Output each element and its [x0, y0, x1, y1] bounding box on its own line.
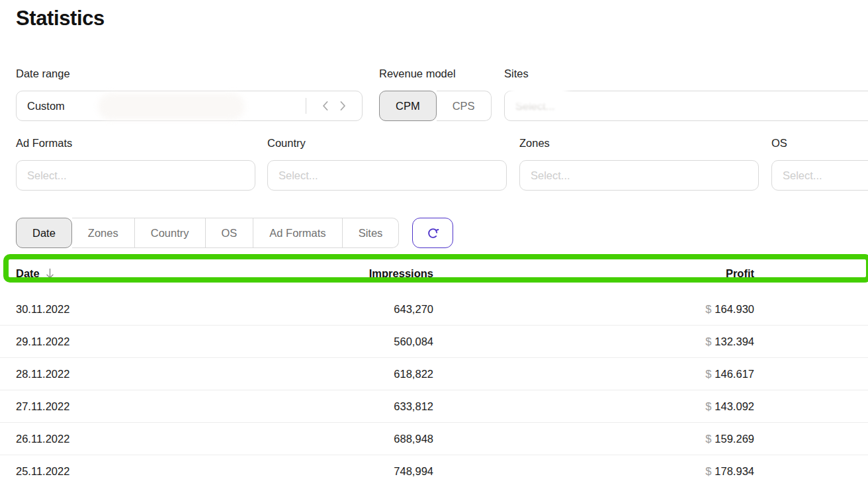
zones-placeholder: Select... [531, 169, 570, 182]
ad-formats-placeholder: Select... [27, 169, 67, 182]
zones-select[interactable]: Select... [519, 160, 759, 191]
profit-cell: $143.092 [433, 400, 754, 413]
revenue-model-field: Revenue model CPM CPS [379, 67, 492, 121]
date-cell: 27.11.2022 [0, 400, 219, 413]
date-cell: 26.11.2022 [0, 433, 219, 445]
sort-descending-icon [46, 268, 54, 279]
profit-cell: $132.394 [433, 335, 754, 348]
impressions-cell: 618,822 [219, 368, 433, 380]
table-row: 28.11.2022 618,822 $146.617 [0, 358, 868, 390]
sites-select[interactable]: Select... [504, 91, 868, 121]
impressions-cell: 748,994 [219, 465, 433, 478]
refresh-button[interactable] [412, 218, 453, 248]
next-range-button[interactable] [334, 96, 351, 116]
column-header-date[interactable]: Date [0, 267, 219, 280]
impressions-cell: 688,948 [219, 433, 433, 445]
tab-zones[interactable]: Zones [72, 218, 135, 248]
chevron-right-icon [339, 100, 347, 112]
os-field: OS Select... [771, 137, 868, 191]
chevron-left-icon [322, 100, 329, 112]
tab-ad-formats[interactable]: Ad Formats [253, 218, 342, 248]
revenue-option-cps[interactable]: CPS [437, 91, 492, 121]
table-row: 26.11.2022 688,948 $159.269 [0, 423, 868, 455]
currency-sign: $ [705, 368, 711, 380]
tab-date[interactable]: Date [16, 218, 72, 248]
column-header-date-label: Date [16, 267, 40, 280]
column-header-profit[interactable]: Profit [433, 267, 754, 280]
previous-range-button[interactable] [317, 96, 334, 116]
statistics-table-body: 30.11.2022 643,270 $164.930 29.11.2022 5… [0, 293, 868, 487]
date-range-value: Custom [27, 100, 65, 112]
ad-formats-field: Ad Formats Select... [16, 137, 255, 191]
revenue-model-label: Revenue model [379, 67, 492, 80]
country-select[interactable]: Select... [267, 160, 507, 191]
ad-formats-select[interactable]: Select... [16, 160, 255, 191]
country-label: Country [267, 137, 507, 150]
currency-sign: $ [705, 335, 711, 347]
currency-sign: $ [705, 400, 711, 412]
profit-cell: $159.269 [433, 433, 754, 445]
date-cell: 25.11.2022 [0, 465, 219, 478]
group-by-tabs: Date Zones Country OS Ad Formats Sites [16, 218, 399, 248]
os-select[interactable]: Select... [771, 160, 868, 191]
zones-field: Zones Select... [519, 137, 759, 191]
table-row: 25.11.2022 748,994 $178.934 [0, 455, 868, 487]
date-range-label: Date range [16, 67, 363, 80]
os-label: OS [771, 137, 868, 150]
date-cell: 30.11.2022 [0, 303, 219, 316]
profit-cell: $164.930 [433, 303, 754, 316]
os-placeholder: Select... [783, 169, 822, 182]
currency-sign: $ [705, 465, 711, 477]
profit-cell: $178.934 [433, 465, 754, 478]
sites-label: Sites [504, 67, 868, 80]
group-by-tabbar: Date Zones Country OS Ad Formats Sites [16, 218, 453, 248]
profit-value: 178.934 [715, 465, 754, 477]
revenue-model-toggle: CPM CPS [379, 91, 492, 121]
table-row: 27.11.2022 633,812 $143.092 [0, 390, 868, 423]
table-row: 29.11.2022 560,084 $132.394 [0, 326, 868, 358]
blur-redaction [101, 97, 241, 116]
date-range-select[interactable]: Custom [16, 91, 363, 121]
column-header-impressions[interactable]: Impressions [219, 267, 433, 280]
date-range-field: Date range Custom [16, 67, 363, 121]
profit-cell: $146.617 [433, 368, 754, 380]
profit-value: 159.269 [715, 433, 754, 445]
profit-value: 164.930 [715, 303, 754, 315]
divider [306, 98, 306, 114]
tab-os[interactable]: OS [206, 218, 254, 248]
zones-label: Zones [519, 137, 759, 150]
page-title: Statistics [16, 7, 105, 30]
date-cell: 29.11.2022 [0, 335, 219, 348]
profit-value: 146.617 [715, 368, 754, 380]
profit-value: 132.394 [715, 335, 754, 347]
refresh-icon [426, 226, 440, 240]
blur-redaction [509, 85, 568, 105]
date-cell: 28.11.2022 [0, 368, 219, 380]
impressions-cell: 633,812 [219, 400, 433, 413]
revenue-option-cpm[interactable]: CPM [379, 91, 437, 121]
currency-sign: $ [705, 303, 711, 315]
country-field: Country Select... [267, 137, 507, 191]
table-row: 30.11.2022 643,270 $164.930 [0, 293, 868, 326]
impressions-cell: 560,084 [219, 335, 433, 348]
ad-formats-label: Ad Formats [16, 137, 255, 150]
tab-country[interactable]: Country [135, 218, 206, 248]
currency-sign: $ [705, 433, 711, 445]
impressions-cell: 643,270 [219, 303, 433, 316]
country-placeholder: Select... [279, 169, 318, 182]
table-header-row: Date Impressions Profit [0, 259, 868, 288]
sites-field: Sites Select... [504, 67, 868, 121]
date-range-nav [306, 96, 351, 116]
tab-sites[interactable]: Sites [343, 218, 400, 248]
profit-value: 143.092 [715, 400, 754, 412]
